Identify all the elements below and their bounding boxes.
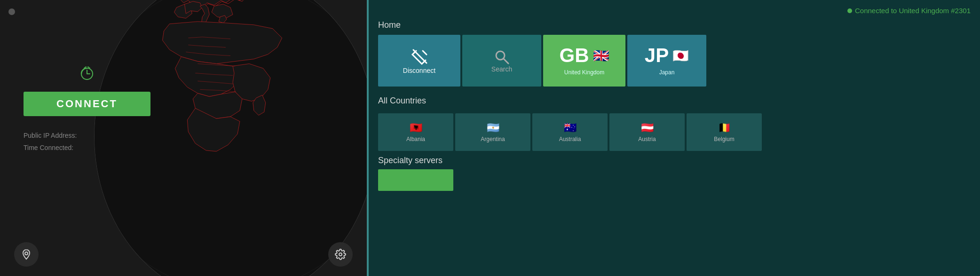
location-button[interactable] <box>14 242 39 267</box>
specialty-tile[interactable] <box>378 169 453 191</box>
country-tile[interactable]: 🇦🇱Albania <box>378 113 453 151</box>
search-label: Search <box>491 65 512 73</box>
bottom-icons <box>0 242 367 267</box>
disconnect-label: Disconnect <box>403 67 435 74</box>
left-panel: CONNECT Public IP Address: Time Connecte… <box>0 0 367 276</box>
gb-name: United Kingdom <box>564 69 604 76</box>
country-tile[interactable]: 🇦🇺Australia <box>532 113 608 151</box>
status-dot <box>847 8 852 13</box>
all-countries-title: All Countries <box>378 96 971 110</box>
status-text: Connected to United Kingdom #2301 <box>855 7 971 15</box>
country-name: Albania <box>406 136 425 142</box>
top-dot <box>8 8 15 15</box>
search-tile[interactable]: Search <box>462 35 541 87</box>
status-bar: Connected to United Kingdom #2301 <box>369 0 980 18</box>
svg-point-22 <box>25 252 28 255</box>
country-name: Austria <box>638 136 656 142</box>
info-area: Public IP Address: Time Connected: <box>24 132 77 156</box>
country-flag: 🇧🇪 <box>718 122 731 134</box>
svg-line-26 <box>504 59 508 63</box>
home-section-title: Home <box>369 18 980 35</box>
time-connected-label: Time Connected: <box>24 144 73 151</box>
disconnect-tile[interactable]: Disconnect <box>378 35 460 87</box>
timer-icon <box>79 66 95 84</box>
specialty-section: Specialty servers <box>369 151 980 191</box>
svg-point-23 <box>339 253 342 256</box>
countries-row: 🇦🇱Albania🇦🇷Argentina🇦🇺Australia🇦🇹Austria… <box>378 113 971 151</box>
jp-flag: 🇯🇵 <box>672 48 689 63</box>
jp-name: Japan <box>659 69 675 76</box>
globe-background <box>94 0 367 276</box>
country-flag: 🇦🇷 <box>487 122 499 134</box>
country-tile[interactable]: 🇧🇪Belgium <box>687 113 762 151</box>
disconnect-icon <box>410 47 429 67</box>
all-countries-section: All Countries 🇦🇱Albania🇦🇷Argentina🇦🇺Aust… <box>369 96 980 151</box>
settings-button[interactable] <box>328 242 353 267</box>
country-name: Argentina <box>481 136 505 142</box>
public-ip-row: Public IP Address: <box>24 132 77 139</box>
gb-code: GB <box>560 46 589 65</box>
settings-icon <box>335 249 346 260</box>
gb-tile[interactable]: GB 🇬🇧 United Kingdom <box>543 35 625 87</box>
connect-button[interactable]: CONNECT <box>24 92 150 116</box>
country-flag: 🇦🇹 <box>641 122 654 134</box>
country-tile[interactable]: 🇦🇷Argentina <box>455 113 530 151</box>
jp-code: JP <box>645 46 669 65</box>
country-name: Australia <box>559 136 581 142</box>
quick-connect-tiles: Disconnect Search GB 🇬🇧 United Kingdom J… <box>369 35 980 87</box>
specialty-title: Specialty servers <box>378 156 971 169</box>
world-map-svg <box>95 0 367 276</box>
location-icon <box>21 249 32 260</box>
gb-flag: 🇬🇧 <box>593 48 609 63</box>
search-icon <box>493 48 510 65</box>
time-connected-row: Time Connected: <box>24 144 77 151</box>
right-panel: Connected to United Kingdom #2301 Home D… <box>369 0 980 276</box>
jp-tile[interactable]: JP 🇯🇵 Japan <box>627 35 706 87</box>
country-flag: 🇦🇱 <box>410 122 422 134</box>
public-ip-label: Public IP Address: <box>24 132 77 139</box>
country-name: Belgium <box>714 136 734 142</box>
controls-area: CONNECT <box>24 66 150 116</box>
country-flag: 🇦🇺 <box>564 122 577 134</box>
country-tile[interactable]: 🇦🇹Austria <box>609 113 685 151</box>
